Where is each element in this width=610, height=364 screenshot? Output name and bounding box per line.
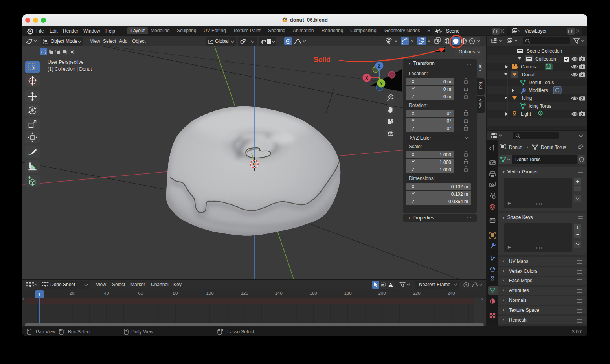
svg-text:Z: Z: [378, 63, 380, 69]
svg-text:Y: Y: [380, 81, 383, 86]
svg-text:X: X: [365, 75, 368, 81]
